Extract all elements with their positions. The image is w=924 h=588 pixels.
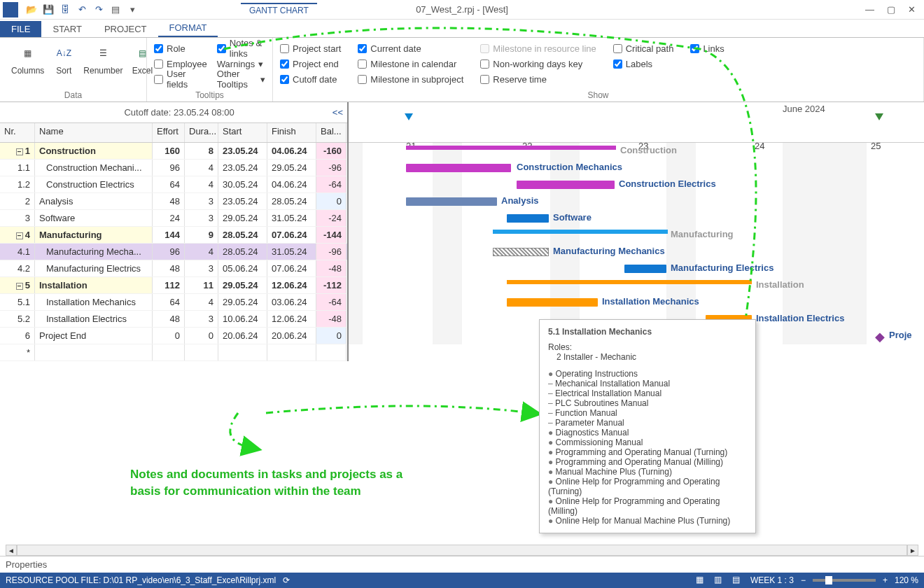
- scroll-right-icon[interactable]: ►: [907, 545, 918, 556]
- col-name[interactable]: Name: [35, 123, 153, 142]
- status-file-path: RESOURCE POOL FILE: D:\01 RP_video\en\6_…: [6, 575, 276, 585]
- table-row[interactable]: −1Construction160823.05.2404.06.24-160: [0, 143, 347, 160]
- table-row[interactable]: 5.1Installation Mechanics64429.05.2403.0…: [0, 294, 347, 311]
- zoom-slider[interactable]: [813, 579, 876, 582]
- open-folder-icon[interactable]: 📂: [25, 4, 38, 16]
- sort-button[interactable]: A↓ZSort: [48, 41, 79, 77]
- maximize-icon[interactable]: ▢: [887, 4, 895, 15]
- col-duration[interactable]: Dura...: [185, 123, 218, 142]
- app-logo-icon: [3, 2, 18, 18]
- bar-label-ielec: Installation Electrics: [756, 313, 844, 323]
- timeline-header: June 2024 21 22 23 24 25: [349, 102, 924, 143]
- table-row[interactable]: 1.2Construction Electrics64430.05.2404.0…: [0, 176, 347, 193]
- ribbon-group-show-label: Show: [280, 89, 916, 100]
- title-bar: 📂 💾 🗄 ↶ ↷ ▤ ▾ GANTT CHART 07_West_2.rpj …: [0, 0, 924, 20]
- chk-milestone-subproject[interactable]: Milestone in subproject: [358, 71, 463, 87]
- expand-icon[interactable]: −: [16, 148, 23, 155]
- task-tooltip: 5.1 Installation Mechanics Roles: 2 Inst…: [539, 319, 756, 533]
- expand-icon[interactable]: −: [16, 283, 23, 290]
- chk-userfields[interactable]: User fields: [154, 71, 207, 87]
- tab-start[interactable]: START: [41, 21, 92, 37]
- col-balance[interactable]: Bal...: [316, 123, 346, 142]
- insert-icon[interactable]: ▤: [109, 4, 122, 16]
- gantt-body[interactable]: Construction Construction Mechanics Cons…: [349, 143, 924, 344]
- table-row[interactable]: 1.1Construction Mechani...96423.05.2429.…: [0, 160, 347, 176]
- table-row[interactable]: 4.2Manufacturing Electrics48305.06.2407.…: [0, 260, 347, 277]
- table-row[interactable]: −4Manufacturing144928.05.2407.06.24-144: [0, 227, 347, 244]
- tab-format[interactable]: FORMAT: [158, 20, 218, 37]
- refresh-icon[interactable]: ⟳: [283, 575, 290, 585]
- ribbon-group-data-label: Data: [7, 89, 139, 100]
- save-all-icon[interactable]: 🗄: [59, 4, 71, 16]
- other-tooltips-dropdown[interactable]: Other Tooltips ▾: [217, 71, 265, 87]
- tooltip-note-item: Operating Instructions: [548, 369, 747, 379]
- chk-project-end[interactable]: Project end: [280, 56, 341, 71]
- tooltip-title: 5.1 Installation Mechanics: [548, 327, 747, 337]
- col-finish[interactable]: Finish: [267, 123, 316, 142]
- tooltip-note-item: PLC Subroutines Manual: [548, 398, 747, 408]
- chk-labels[interactable]: Labels: [613, 56, 674, 71]
- chk-nonworking-key[interactable]: Non-working days key: [480, 56, 596, 71]
- tab-file[interactable]: FILE: [0, 21, 41, 37]
- view-icon-3[interactable]: ▤: [732, 575, 743, 586]
- tooltip-note-item: Online Help for Programming and Operatin…: [548, 496, 747, 516]
- content-area: Cutoff date: 23.05.24 08:00 << Nr. Name …: [0, 102, 924, 361]
- horizontal-scrollbar[interactable]: ◄ ►: [6, 545, 918, 556]
- chk-role[interactable]: Role: [154, 41, 207, 56]
- zoom-out-icon[interactable]: −: [801, 575, 806, 585]
- qat-dropdown-icon[interactable]: ▾: [126, 4, 139, 16]
- view-icon-2[interactable]: ▥: [714, 575, 725, 586]
- col-start[interactable]: Start: [218, 123, 267, 142]
- save-icon[interactable]: 💾: [42, 4, 55, 16]
- chk-milestone-calendar[interactable]: Milestone in calendar: [358, 56, 463, 71]
- chk-reserve-time[interactable]: Reserve time: [480, 71, 596, 87]
- chk-links[interactable]: Links: [690, 41, 724, 56]
- table-row[interactable]: 4.1Manufacturing Mecha...96428.05.2431.0…: [0, 244, 347, 260]
- chk-current-date[interactable]: Current date: [358, 41, 463, 56]
- col-nr[interactable]: Nr.: [0, 123, 35, 142]
- table-row[interactable]: 3Software24329.05.2431.05.24-24: [0, 210, 347, 227]
- tooltip-role-line: 2 Installer - Mechanic: [548, 352, 747, 362]
- table-row[interactable]: 5.2Installation Electrics48310.06.2412.0…: [0, 311, 347, 328]
- tooltip-note-item: Manual Machine Plus (Turning): [548, 467, 747, 477]
- tooltip-note-item: Mechanical Installation Manual: [548, 379, 747, 388]
- grid-header: Nr. Name Effort Dura... Start Finish Bal…: [0, 123, 347, 143]
- columns-button[interactable]: ▦Columns: [7, 41, 48, 77]
- view-icon-1[interactable]: ▦: [696, 575, 707, 586]
- minimize-icon[interactable]: —: [865, 4, 874, 15]
- undo-icon[interactable]: ↶: [76, 4, 88, 16]
- zoom-in-icon[interactable]: +: [883, 575, 888, 585]
- col-effort[interactable]: Effort: [153, 123, 185, 142]
- collapse-grid-button[interactable]: <<: [332, 107, 343, 118]
- chk-notes-links[interactable]: Notes & links: [217, 41, 265, 56]
- bar-label-construction: Construction: [620, 145, 677, 155]
- table-row[interactable]: 2Analysis48323.05.2428.05.240: [0, 193, 347, 210]
- tooltip-note-item: Online Help for Programming and Operatin…: [548, 477, 747, 496]
- tooltip-note-item: Parameter Manual: [548, 418, 747, 428]
- milestone-diamond-icon: ◆: [875, 329, 885, 344]
- tooltip-note-item: Commissioning Manual: [548, 438, 747, 447]
- expand-icon[interactable]: −: [16, 232, 23, 239]
- zoom-value: 120 %: [895, 575, 918, 585]
- ribbon: ▦Columns A↓ZSort ☰Renumber ▤Excel Data R…: [0, 38, 924, 102]
- task-grid-panel: Cutoff date: 23.05.24 08:00 << Nr. Name …: [0, 102, 349, 361]
- chk-project-start[interactable]: Project start: [280, 41, 341, 56]
- chk-critical-path[interactable]: Critical path: [613, 41, 674, 56]
- table-row[interactable]: −5Installation1121129.05.2412.06.24-112: [0, 277, 347, 294]
- table-row[interactable]: 6Project End0020.06.2420.06.240: [0, 328, 347, 344]
- chk-cutoff-date[interactable]: Cutoff date: [280, 71, 341, 87]
- annotation-text: Notes and documents in tasks and project…: [130, 466, 402, 500]
- chk-milestone-resource: Milestone in resource line: [480, 41, 596, 56]
- bar-label-imech: Installation Mechanics: [602, 296, 699, 307]
- contextual-tab-title: GANTT CHART: [241, 3, 317, 17]
- tooltip-note-item: Online Help for Manual Machine Plus (Tur…: [548, 516, 747, 526]
- tab-project[interactable]: PROJECT: [93, 21, 158, 37]
- bar-label-software: Software: [553, 212, 592, 223]
- redo-icon[interactable]: ↷: [92, 4, 105, 16]
- status-bar: RESOURCE POOL FILE: D:\01 RP_video\en\6_…: [0, 573, 924, 588]
- scroll-left-icon[interactable]: ◄: [6, 545, 17, 556]
- renumber-button[interactable]: ☰Renumber: [79, 41, 127, 77]
- grid-body: −1Construction160823.05.2404.06.24-1601.…: [0, 143, 347, 361]
- table-row[interactable]: *: [0, 344, 347, 361]
- close-icon[interactable]: ✕: [908, 4, 916, 15]
